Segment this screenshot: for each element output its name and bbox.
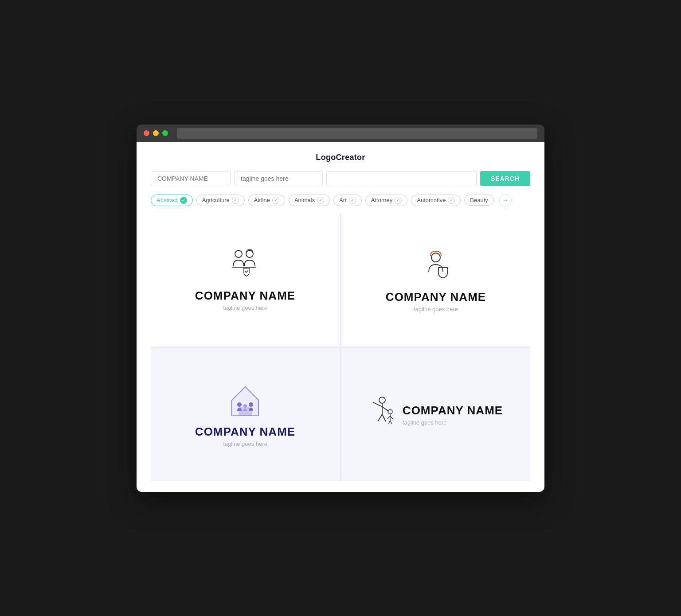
- category-tag-abstract[interactable]: Abstract ✓: [151, 195, 193, 206]
- browser-window: LogoCreator SEARCH Abstract ✓ Agricultur…: [137, 125, 544, 492]
- app-content: LogoCreator SEARCH Abstract ✓ Agricultur…: [137, 142, 544, 492]
- svg-point-3: [431, 253, 440, 262]
- category-tag-animals[interactable]: Animals ✓: [289, 195, 330, 206]
- company-name-input[interactable]: [151, 171, 231, 186]
- logo-card-4[interactable]: COMPANY NAME tagline goes here: [341, 348, 530, 481]
- svg-line-11: [382, 407, 389, 411]
- svg-point-7: [243, 404, 247, 408]
- logo-company-name-3: COMPANY NAME: [195, 425, 295, 439]
- check-icon-art: ✓: [349, 197, 356, 204]
- category-label-abstract: Abstract: [157, 197, 178, 203]
- svg-line-17: [390, 416, 393, 419]
- address-bar[interactable]: [177, 128, 537, 139]
- check-icon-attorney: ✓: [395, 197, 402, 204]
- check-icon-agriculture: ✓: [232, 197, 239, 204]
- category-label-animals: Animals: [294, 197, 315, 203]
- logo-icon-2: [418, 248, 454, 283]
- category-filter-bar: Abstract ✓ Agriculture ✓ Airline ✓ Anima…: [151, 194, 530, 207]
- app-title: LogoCreator: [151, 153, 530, 162]
- check-icon-animals: ✓: [317, 197, 324, 204]
- logo-card-3[interactable]: COMPANY NAME tagline goes here: [151, 348, 340, 481]
- minimize-button[interactable]: [153, 130, 159, 136]
- svg-point-8: [379, 397, 385, 403]
- svg-line-12: [378, 414, 382, 421]
- close-button[interactable]: [144, 130, 149, 136]
- logo-icon-3: [225, 382, 265, 418]
- category-tag-agriculture[interactable]: Agriculture ✓: [196, 195, 245, 206]
- category-tag-attorney[interactable]: Attorney ✓: [365, 195, 407, 206]
- categories-next-button[interactable]: →: [499, 194, 512, 207]
- category-tag-automotive[interactable]: Automotive ✓: [411, 195, 461, 206]
- logo-grid: COMPANY NAME tagline goes here: [151, 214, 530, 481]
- svg-point-6: [249, 402, 253, 407]
- svg-point-5: [237, 402, 242, 407]
- category-label-beauty: Beauty: [470, 197, 488, 203]
- svg-line-16: [387, 416, 390, 419]
- svg-line-19: [390, 421, 392, 424]
- category-label-automotive: Automotive: [417, 197, 446, 203]
- logo-tagline-1: tagline goes here: [223, 304, 267, 311]
- svg-line-18: [388, 421, 390, 424]
- svg-point-1: [246, 250, 253, 257]
- search-button[interactable]: SEARCH: [480, 171, 530, 186]
- svg-point-0: [235, 250, 242, 257]
- logo-tagline-4: tagline goes here: [403, 419, 503, 426]
- category-label-airline: Airline: [254, 197, 270, 203]
- logo-company-name-2: COMPANY NAME: [386, 290, 486, 304]
- logo-card-1[interactable]: COMPANY NAME tagline goes here: [151, 214, 340, 347]
- logo-company-name-1: COMPANY NAME: [195, 289, 295, 303]
- maximize-button[interactable]: [162, 130, 168, 136]
- logo-card-2[interactable]: COMPANY NAME tagline goes here: [341, 214, 530, 347]
- category-label-agriculture: Agriculture: [202, 197, 230, 203]
- category-label-art: Art: [339, 197, 347, 203]
- logo-icon-4: [369, 396, 395, 427]
- check-icon-automotive: ✓: [448, 197, 455, 204]
- logo-text-group-4: COMPANY NAME tagline goes here: [403, 404, 503, 426]
- logo-tagline-2: tagline goes here: [414, 306, 458, 312]
- browser-titlebar: [137, 125, 544, 142]
- check-icon-abstract: ✓: [180, 197, 187, 204]
- category-tag-art[interactable]: Art ✓: [333, 195, 362, 206]
- logo-company-name-4: COMPANY NAME: [403, 404, 503, 417]
- category-label-attorney: Attorney: [371, 197, 392, 203]
- logo-icon-1: [225, 249, 265, 282]
- category-tag-airline[interactable]: Airline ✓: [248, 195, 285, 206]
- tagline-input[interactable]: [234, 171, 323, 186]
- search-bar: SEARCH: [151, 171, 530, 186]
- svg-point-14: [388, 409, 392, 414]
- category-tag-beauty[interactable]: Beauty: [464, 195, 493, 206]
- svg-line-13: [382, 414, 386, 421]
- logo-inline-4: COMPANY NAME tagline goes here: [369, 396, 503, 434]
- logo-tagline-3: tagline goes here: [223, 441, 267, 447]
- extra-input[interactable]: [326, 171, 477, 186]
- check-icon-airline: ✓: [272, 197, 279, 204]
